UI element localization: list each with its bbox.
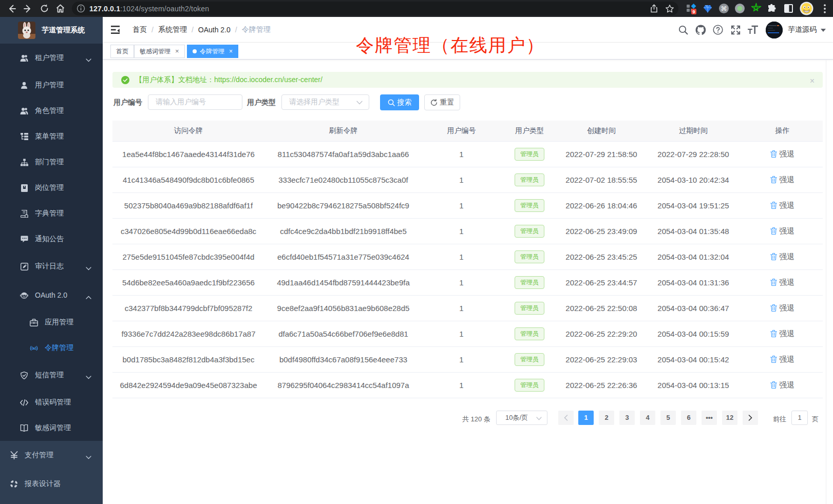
svg-text:a: a	[33, 345, 35, 350]
svg-text:⌘: ⌘	[721, 5, 727, 12]
svg-text:9: 9	[692, 9, 695, 14]
